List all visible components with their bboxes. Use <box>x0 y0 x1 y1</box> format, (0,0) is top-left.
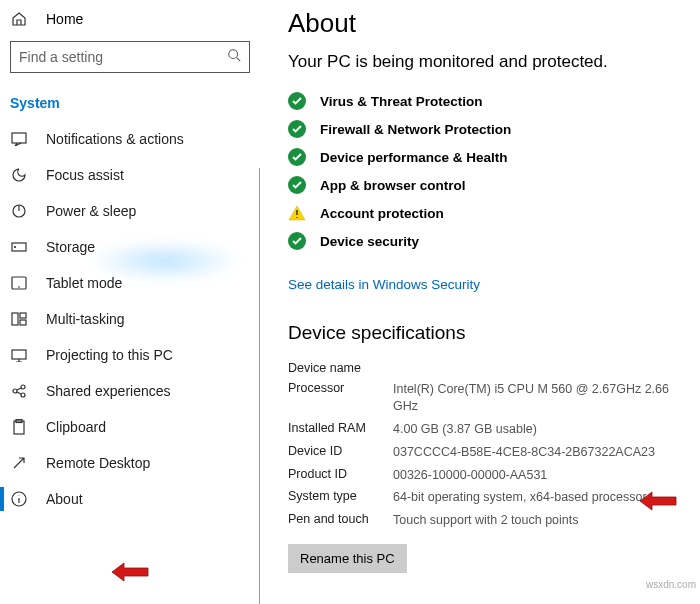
sidebar-item-label: Remote Desktop <box>46 455 150 471</box>
svg-point-0 <box>229 50 238 59</box>
svg-point-10 <box>13 389 17 393</box>
search-input[interactable] <box>19 49 227 65</box>
annotation-arrow-right <box>638 489 678 513</box>
sidebar-item-notifications[interactable]: Notifications & actions <box>0 121 260 157</box>
sidebar-item-storage[interactable]: Storage <box>0 229 260 265</box>
notifications-icon <box>10 132 28 146</box>
specs-table: Device name ProcessorIntel(R) Core(TM) i… <box>288 358 685 532</box>
sidebar-home[interactable]: Home <box>0 5 260 33</box>
spec-row: Device ID037CCCC4-B58E-4CE8-8C34-2B67322… <box>288 441 685 464</box>
svg-point-11 <box>21 385 25 389</box>
spec-row: ProcessorIntel(R) Core(TM) i5 CPU M 560 … <box>288 378 685 418</box>
sidebar-item-focus-assist[interactable]: Focus assist <box>0 157 260 193</box>
status-app-browser[interactable]: App & browser control <box>288 171 685 199</box>
sidebar-item-label: Focus assist <box>46 167 124 183</box>
svg-rect-7 <box>20 313 26 318</box>
svg-point-4 <box>15 247 16 248</box>
sidebar-item-remote-desktop[interactable]: Remote Desktop <box>0 445 260 481</box>
tablet-icon <box>10 276 28 290</box>
sidebar-item-label: Notifications & actions <box>46 131 184 147</box>
focus-assist-icon <box>10 167 28 183</box>
status-account[interactable]: Account protection <box>288 199 685 227</box>
status-list: Virus & Threat Protection Firewall & Net… <box>288 87 685 255</box>
search-box[interactable] <box>10 41 250 73</box>
projecting-icon <box>10 348 28 362</box>
multitask-icon <box>10 312 28 326</box>
sidebar-item-multitasking[interactable]: Multi-tasking <box>0 301 260 337</box>
sidebar-item-label: Clipboard <box>46 419 106 435</box>
rename-pc-button[interactable]: Rename this PC <box>288 544 407 573</box>
about-icon <box>10 491 28 507</box>
search-icon <box>227 48 241 66</box>
sidebar-category: System <box>0 81 260 121</box>
remote-icon <box>10 455 28 471</box>
status-label: Virus & Threat Protection <box>320 94 483 109</box>
sidebar: Home System Notifications & actions Focu… <box>0 0 260 604</box>
sidebar-item-shared-experiences[interactable]: Shared experiences <box>0 373 260 409</box>
check-icon <box>288 176 306 194</box>
page-title: About <box>288 8 685 39</box>
status-label: Device security <box>320 234 419 249</box>
status-label: App & browser control <box>320 178 466 193</box>
sidebar-item-label: Power & sleep <box>46 203 136 219</box>
page-subtitle: Your PC is being monitored and protected… <box>288 51 685 73</box>
check-icon <box>288 92 306 110</box>
sidebar-item-label: Tablet mode <box>46 275 122 291</box>
sidebar-item-label: Storage <box>46 239 95 255</box>
svg-rect-8 <box>20 320 26 325</box>
home-label: Home <box>46 11 83 27</box>
power-icon <box>10 203 28 219</box>
spec-row: Product ID00326-10000-00000-AA531 <box>288 464 685 487</box>
clipboard-icon <box>10 419 28 435</box>
status-label: Device performance & Health <box>320 150 508 165</box>
spec-row: Pen and touchTouch support with 2 touch … <box>288 509 685 532</box>
svg-rect-1 <box>12 133 26 143</box>
see-details-link[interactable]: See details in Windows Security <box>288 277 480 292</box>
spec-row: Installed RAM4.00 GB (3.87 GB usable) <box>288 418 685 441</box>
svg-rect-6 <box>12 313 18 325</box>
sidebar-item-label: Shared experiences <box>46 383 171 399</box>
sidebar-item-projecting[interactable]: Projecting to this PC <box>0 337 260 373</box>
status-label: Account protection <box>320 206 444 221</box>
status-device-security[interactable]: Device security <box>288 227 685 255</box>
warning-icon <box>288 204 306 222</box>
status-firewall[interactable]: Firewall & Network Protection <box>288 115 685 143</box>
status-label: Firewall & Network Protection <box>320 122 511 137</box>
spec-row: Device name <box>288 358 685 378</box>
svg-rect-9 <box>12 350 26 359</box>
check-icon <box>288 120 306 138</box>
status-virus[interactable]: Virus & Threat Protection <box>288 87 685 115</box>
device-specs-title: Device specifications <box>288 322 685 344</box>
check-icon <box>288 148 306 166</box>
spec-row: System type64-bit operating system, x64-… <box>288 486 685 509</box>
status-performance[interactable]: Device performance & Health <box>288 143 685 171</box>
main-content: About Your PC is being monitored and pro… <box>260 0 700 604</box>
sidebar-nav: Notifications & actions Focus assist Pow… <box>0 121 260 517</box>
home-icon <box>10 11 28 27</box>
watermark: wsxdn.com <box>646 579 696 590</box>
storage-icon <box>10 240 28 254</box>
sidebar-item-label: About <box>46 491 83 507</box>
sidebar-item-clipboard[interactable]: Clipboard <box>0 409 260 445</box>
sidebar-item-about[interactable]: About <box>0 481 260 517</box>
sidebar-item-label: Multi-tasking <box>46 311 125 327</box>
sidebar-item-tablet-mode[interactable]: Tablet mode <box>0 265 260 301</box>
svg-point-12 <box>21 393 25 397</box>
vertical-divider <box>259 168 260 604</box>
sidebar-item-label: Projecting to this PC <box>46 347 173 363</box>
shared-icon <box>10 383 28 399</box>
annotation-arrow-left <box>110 560 150 584</box>
check-icon <box>288 232 306 250</box>
sidebar-item-power-sleep[interactable]: Power & sleep <box>0 193 260 229</box>
